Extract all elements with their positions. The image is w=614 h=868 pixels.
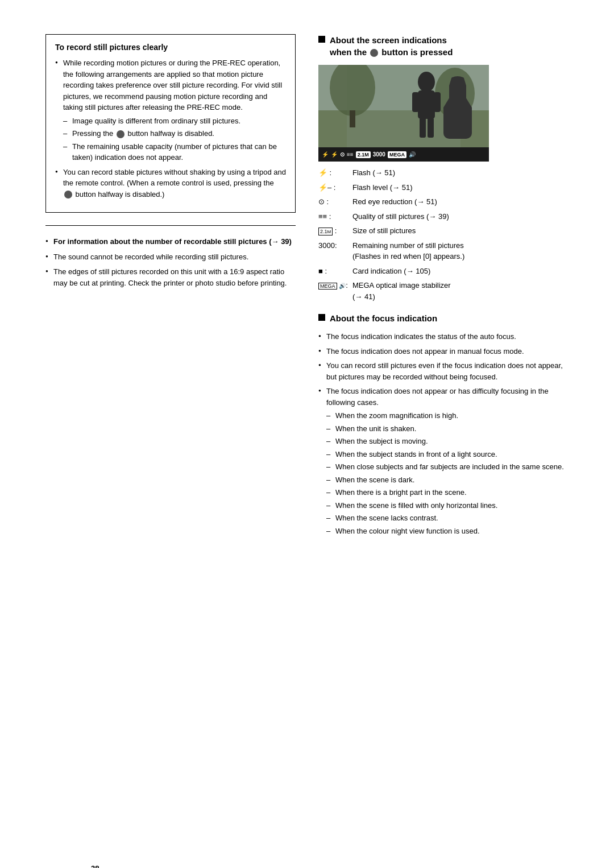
page-content: To record still pictures clearly While r…	[45, 34, 569, 540]
svg-rect-8	[418, 90, 435, 119]
screen-indications-heading: About the screen indicationswhen the but…	[318, 34, 569, 58]
list-item: You can record stable pictures without s…	[55, 167, 286, 200]
stabilizer-icon: 🔊	[409, 151, 416, 158]
list-item: For information about the number of reco…	[45, 236, 296, 247]
sub-list-item: When the subject is moving.	[326, 436, 569, 447]
sub-list-item: When the zoom magnification is high.	[326, 410, 569, 421]
svg-rect-6	[452, 113, 457, 127]
section-square-icon	[318, 36, 325, 43]
desc-cell: Flash (→ 51)	[352, 166, 569, 181]
flash-icon: ⚡	[322, 151, 329, 158]
camera-button-icon-2	[64, 191, 72, 199]
desc-cell: MEGA optical image stabilizer(→ 41)	[352, 279, 569, 304]
page-number: 38	[91, 864, 119, 868]
svg-rect-12	[428, 118, 434, 138]
symbol-cell: 2.1M :	[318, 224, 352, 239]
section-square-icon-2	[318, 314, 325, 321]
sub-list: Image quality is different from ordinary…	[63, 115, 286, 163]
sub-list-item: The remaining usable capacity (number of…	[63, 141, 286, 163]
sub-list-item: Pressing the button halfway is disabled.	[63, 128, 286, 139]
symbol-cell: 3000:	[318, 239, 352, 264]
camera-button-icon	[117, 130, 125, 138]
table-row: ■ : Card indication (→ 105)	[318, 264, 569, 279]
record-still-pictures-box: To record still pictures clearly While r…	[45, 34, 296, 213]
grid-icon: ≡≡	[347, 151, 354, 158]
size-badge: 2.1M	[356, 151, 371, 158]
symbol-cell: ≡≡ :	[318, 210, 352, 225]
camera-button-icon-3	[370, 49, 378, 57]
list-item: While recording motion pictures or durin…	[55, 57, 286, 163]
list-item: You can record still pictures even if th…	[318, 360, 569, 382]
table-row: MEGA 🔊: MEGA optical image stabilizer(→ …	[318, 279, 569, 304]
focus-bullet-list: The focus indication indicates the statu…	[318, 331, 569, 536]
sub-list-item: Image quality is different from ordinary…	[63, 115, 286, 127]
mega-badge: MEGA	[388, 151, 406, 158]
svg-rect-11	[420, 118, 426, 138]
focus-heading-text: About the focus indication	[330, 312, 437, 324]
camera-preview: ⚡ ⚡ ⊙ ≡≡ 2.1M 3000 MEGA 🔊	[318, 65, 489, 162]
symbol-cell: ⚡– :	[318, 181, 352, 196]
symbol-cell: ⊙ :	[318, 195, 352, 210]
desc-cell: Remaining number of still pictures(Flash…	[352, 239, 569, 264]
list-item: The focus indication does not appear or …	[318, 386, 569, 536]
sub-list-item: When the scene is filled with only horiz…	[326, 500, 569, 511]
left-column: To record still pictures clearly While r…	[45, 34, 296, 540]
sub-list-item: When the subject stands in front of a li…	[326, 449, 569, 460]
table-row: 2.1M : Size of still pictures	[318, 224, 569, 239]
table-row: 3000: Remaining number of still pictures…	[318, 239, 569, 264]
right-column: About the screen indicationswhen the but…	[318, 34, 569, 540]
svg-point-4	[435, 68, 475, 119]
sub-list-item: When there is a bright part in the scene…	[326, 487, 569, 498]
below-box-list: For information about the number of reco…	[45, 236, 296, 288]
table-row: ⊙ : Red eye reduction (→ 51)	[318, 195, 569, 210]
camera-toolbar: ⚡ ⚡ ⊙ ≡≡ 2.1M 3000 MEGA 🔊	[318, 147, 489, 162]
svg-rect-10	[434, 92, 441, 112]
list-item: The focus indication indicates the statu…	[318, 331, 569, 342]
sub-list-item: When close subjects and far subjects are…	[326, 461, 569, 473]
symbol-cell: ⚡ :	[318, 166, 352, 181]
focus-heading: About the focus indication	[318, 312, 569, 324]
desc-cell: Quality of still pictures (→ 39)	[352, 210, 569, 225]
circle-icon: ⊙	[340, 151, 345, 158]
indicator-table: ⚡ : Flash (→ 51) ⚡– : Flash level (→ 51)…	[318, 166, 569, 304]
box-title: To record still pictures clearly	[55, 43, 286, 52]
camera-preview-image	[318, 65, 489, 147]
desc-cell: Card indication (→ 105)	[352, 264, 569, 279]
focus-sub-list: When the zoom magnification is high. Whe…	[326, 410, 569, 536]
desc-cell: Red eye reduction (→ 51)	[352, 195, 569, 210]
sub-list-item: When the scene lacks contrast.	[326, 512, 569, 524]
flash-icon-2: ⚡	[331, 151, 338, 158]
table-row: ≡≡ : Quality of still pictures (→ 39)	[318, 210, 569, 225]
list-item: The sound cannot be recorded while recor…	[45, 251, 296, 263]
desc-cell: Flash level (→ 51)	[352, 181, 569, 196]
bold-item: For information about the number of reco…	[53, 237, 292, 246]
section-heading-text: About the screen indicationswhen the but…	[330, 34, 453, 58]
page-footer: 38 VQT1N58	[91, 864, 119, 868]
list-item: The focus indication does not appear in …	[318, 346, 569, 357]
sub-list-item: When the colour night view function is u…	[326, 526, 569, 537]
svg-rect-5	[350, 110, 355, 127]
table-row: ⚡– : Flash level (→ 51)	[318, 181, 569, 196]
count-text: 3000	[373, 151, 385, 158]
box-bullet-list: While recording motion pictures or durin…	[55, 57, 286, 200]
svg-rect-9	[412, 92, 419, 112]
table-row: ⚡ : Flash (→ 51)	[318, 166, 569, 181]
sub-list-item: When the scene is dark.	[326, 474, 569, 486]
list-item: The edges of still pictures recorded on …	[45, 266, 296, 288]
symbol-cell: MEGA 🔊:	[318, 279, 352, 304]
symbol-cell: ■ :	[318, 264, 352, 279]
desc-cell: Size of still pictures	[352, 224, 569, 239]
sub-list-item: When the unit is shaken.	[326, 423, 569, 435]
divider	[45, 225, 296, 226]
preview-svg	[318, 65, 489, 147]
svg-point-7	[418, 72, 435, 92]
